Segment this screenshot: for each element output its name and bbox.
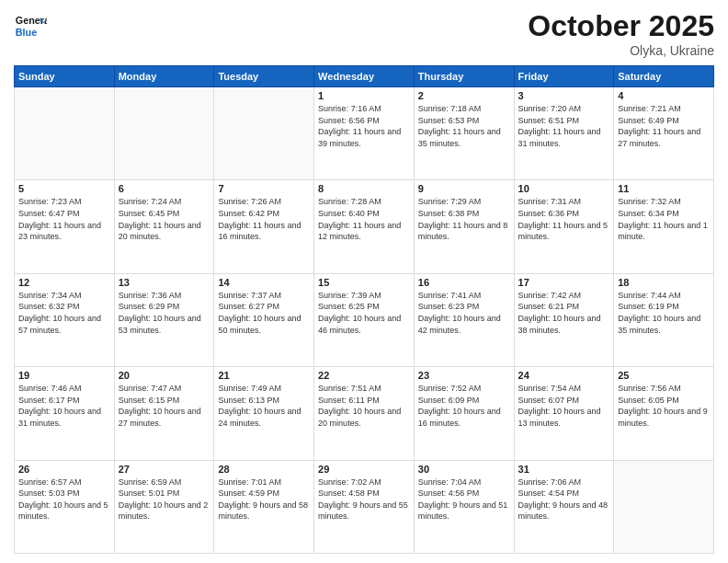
day-number: 25 [618,370,710,381]
calendar-week-row: 12Sunrise: 7:34 AM Sunset: 6:32 PM Dayli… [15,273,714,366]
cell-info: Sunrise: 7:32 AM Sunset: 6:34 PM Dayligh… [618,196,710,242]
table-row: 14Sunrise: 7:37 AM Sunset: 6:27 PM Dayli… [214,273,314,366]
day-number: 5 [18,183,110,194]
table-row [114,87,214,180]
month-title: October 2025 [528,9,714,43]
cell-info: Sunrise: 6:57 AM Sunset: 5:03 PM Dayligh… [18,477,110,523]
table-row: 15Sunrise: 7:39 AM Sunset: 6:25 PM Dayli… [314,273,415,366]
cell-info: Sunrise: 7:54 AM Sunset: 6:07 PM Dayligh… [518,383,610,429]
table-row: 22Sunrise: 7:51 AM Sunset: 6:11 PM Dayli… [314,367,415,460]
table-row: 26Sunrise: 6:57 AM Sunset: 5:03 PM Dayli… [15,460,115,553]
cell-info: Sunrise: 7:28 AM Sunset: 6:40 PM Dayligh… [318,196,410,242]
col-sunday: Sunday [15,66,115,87]
table-row: 4Sunrise: 7:21 AM Sunset: 6:49 PM Daylig… [614,87,714,180]
table-row: 20Sunrise: 7:47 AM Sunset: 6:15 PM Dayli… [114,367,214,460]
header: General Blue October 2025 Olyka, Ukraine [14,9,714,58]
cell-info: Sunrise: 7:42 AM Sunset: 6:21 PM Dayligh… [518,290,610,336]
table-row: 29Sunrise: 7:02 AM Sunset: 4:58 PM Dayli… [314,460,415,553]
day-number: 27 [119,464,210,475]
day-number: 19 [18,370,110,381]
table-row: 3Sunrise: 7:20 AM Sunset: 6:51 PM Daylig… [514,87,614,180]
day-number: 3 [518,90,610,101]
table-row: 17Sunrise: 7:42 AM Sunset: 6:21 PM Dayli… [514,273,614,366]
table-row: 8Sunrise: 7:28 AM Sunset: 6:40 PM Daylig… [314,180,415,273]
cell-info: Sunrise: 7:39 AM Sunset: 6:25 PM Dayligh… [318,290,410,336]
calendar-body: 1Sunrise: 7:16 AM Sunset: 6:56 PM Daylig… [15,87,714,554]
cell-info: Sunrise: 7:56 AM Sunset: 6:05 PM Dayligh… [618,383,710,429]
title-block: October 2025 Olyka, Ukraine [528,9,714,58]
table-row: 7Sunrise: 7:26 AM Sunset: 6:42 PM Daylig… [214,180,314,273]
day-number: 29 [318,464,410,475]
table-row: 27Sunrise: 6:59 AM Sunset: 5:01 PM Dayli… [114,460,214,553]
table-row: 21Sunrise: 7:49 AM Sunset: 6:13 PM Dayli… [214,367,314,460]
day-number: 23 [418,370,510,381]
day-number: 9 [418,183,510,194]
table-row: 25Sunrise: 7:56 AM Sunset: 6:05 PM Dayli… [614,367,714,460]
cell-info: Sunrise: 7:26 AM Sunset: 6:42 PM Dayligh… [218,196,310,242]
cell-info: Sunrise: 7:46 AM Sunset: 6:17 PM Dayligh… [18,383,110,429]
day-number: 21 [218,370,310,381]
table-row [614,460,714,553]
svg-text:Blue: Blue [16,27,37,38]
col-wednesday: Wednesday [314,66,415,87]
cell-info: Sunrise: 7:23 AM Sunset: 6:47 PM Dayligh… [18,196,110,242]
day-number: 11 [618,183,710,194]
cell-info: Sunrise: 7:02 AM Sunset: 4:58 PM Dayligh… [318,477,410,523]
day-number: 30 [418,464,510,475]
day-number: 24 [518,370,610,381]
table-row: 1Sunrise: 7:16 AM Sunset: 6:56 PM Daylig… [314,87,415,180]
day-number: 17 [518,277,610,288]
col-thursday: Thursday [414,66,514,87]
day-number: 28 [218,464,310,475]
table-row: 19Sunrise: 7:46 AM Sunset: 6:17 PM Dayli… [15,367,115,460]
day-number: 20 [119,370,210,381]
col-tuesday: Tuesday [214,66,314,87]
calendar-header-row: Sunday Monday Tuesday Wednesday Thursday… [15,66,714,87]
cell-info: Sunrise: 7:51 AM Sunset: 6:11 PM Dayligh… [318,383,410,429]
cell-info: Sunrise: 7:01 AM Sunset: 4:59 PM Dayligh… [218,477,310,523]
day-number: 15 [318,277,410,288]
table-row: 10Sunrise: 7:31 AM Sunset: 6:36 PM Dayli… [514,180,614,273]
cell-info: Sunrise: 7:04 AM Sunset: 4:56 PM Dayligh… [418,477,510,523]
table-row: 30Sunrise: 7:04 AM Sunset: 4:56 PM Dayli… [414,460,514,553]
day-number: 12 [18,277,110,288]
cell-info: Sunrise: 7:44 AM Sunset: 6:19 PM Dayligh… [618,290,710,336]
calendar-week-row: 5Sunrise: 7:23 AM Sunset: 6:47 PM Daylig… [15,180,714,273]
table-row: 18Sunrise: 7:44 AM Sunset: 6:19 PM Dayli… [614,273,714,366]
table-row: 12Sunrise: 7:34 AM Sunset: 6:32 PM Dayli… [15,273,115,366]
cell-info: Sunrise: 7:34 AM Sunset: 6:32 PM Dayligh… [18,290,110,336]
table-row: 24Sunrise: 7:54 AM Sunset: 6:07 PM Dayli… [514,367,614,460]
generalblue-icon: General Blue [14,9,47,42]
table-row: 2Sunrise: 7:18 AM Sunset: 6:53 PM Daylig… [414,87,514,180]
table-row: 6Sunrise: 7:24 AM Sunset: 6:45 PM Daylig… [114,180,214,273]
day-number: 31 [518,464,610,475]
cell-info: Sunrise: 7:06 AM Sunset: 4:54 PM Dayligh… [518,477,610,523]
day-number: 4 [618,90,710,101]
day-number: 1 [318,90,410,101]
table-row: 5Sunrise: 7:23 AM Sunset: 6:47 PM Daylig… [15,180,115,273]
table-row [214,87,314,180]
cell-info: Sunrise: 7:16 AM Sunset: 6:56 PM Dayligh… [318,103,410,149]
calendar-table: Sunday Monday Tuesday Wednesday Thursday… [14,65,714,554]
day-number: 6 [119,183,210,194]
page: General Blue October 2025 Olyka, Ukraine… [0,0,728,563]
day-number: 7 [218,183,310,194]
col-monday: Monday [114,66,214,87]
day-number: 10 [518,183,610,194]
cell-info: Sunrise: 7:20 AM Sunset: 6:51 PM Dayligh… [518,103,610,149]
day-number: 2 [418,90,510,101]
day-number: 26 [18,464,110,475]
table-row: 31Sunrise: 7:06 AM Sunset: 4:54 PM Dayli… [514,460,614,553]
table-row: 23Sunrise: 7:52 AM Sunset: 6:09 PM Dayli… [414,367,514,460]
location: Olyka, Ukraine [528,43,714,58]
cell-info: Sunrise: 7:49 AM Sunset: 6:13 PM Dayligh… [218,383,310,429]
cell-info: Sunrise: 7:36 AM Sunset: 6:29 PM Dayligh… [119,290,210,336]
cell-info: Sunrise: 7:21 AM Sunset: 6:49 PM Dayligh… [618,103,710,149]
day-number: 16 [418,277,510,288]
day-number: 18 [618,277,710,288]
day-number: 22 [318,370,410,381]
day-number: 13 [119,277,210,288]
logo: General Blue [14,9,47,42]
cell-info: Sunrise: 7:24 AM Sunset: 6:45 PM Dayligh… [119,196,210,242]
cell-info: Sunrise: 7:41 AM Sunset: 6:23 PM Dayligh… [418,290,510,336]
